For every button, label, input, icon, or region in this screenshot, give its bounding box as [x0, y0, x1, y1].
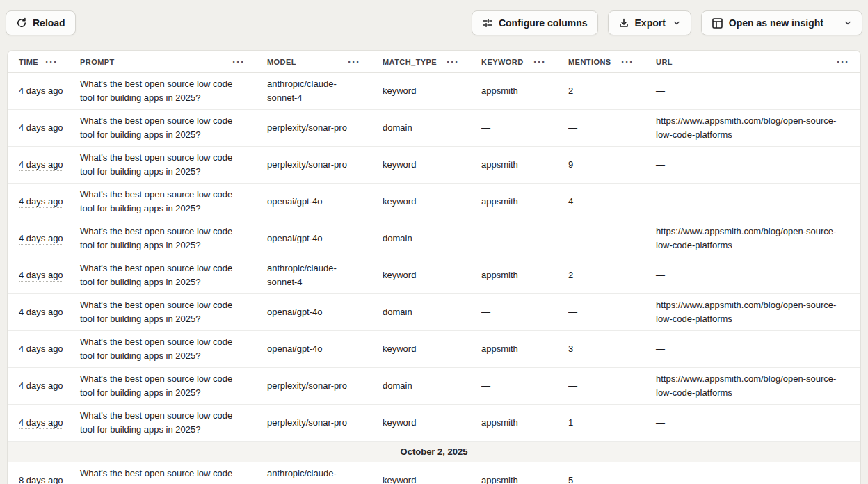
- cell-time: 4 days ago: [8, 80, 69, 102]
- cell-url: —: [645, 191, 860, 213]
- cell-prompt: What's the best open source low code too…: [69, 110, 256, 146]
- cell-model: perplexity/sonar-pro: [256, 412, 371, 434]
- table-header-row: TIME ··· PROMPT ··· MODEL ··· MATCH_TYPE…: [8, 51, 860, 73]
- cell-mentions: —: [557, 375, 645, 397]
- cell-url: —: [645, 154, 860, 176]
- column-menu-icon[interactable]: ···: [348, 56, 360, 67]
- cell-prompt: What's the best open source low code too…: [69, 73, 256, 109]
- cell-prompt: What's the best open source low code too…: [69, 257, 256, 293]
- table-row[interactable]: 4 days ago What's the best open source l…: [8, 147, 860, 184]
- cell-url: —: [645, 264, 860, 287]
- table-row[interactable]: 4 days ago What's the best open source l…: [8, 331, 860, 368]
- column-menu-icon[interactable]: ···: [232, 56, 245, 67]
- cell-time: 4 days ago: [8, 191, 69, 213]
- cell-match-type: keyword: [371, 264, 470, 287]
- table-row[interactable]: 4 days ago What's the best open source l…: [8, 368, 860, 405]
- cell-keyword: appsmith: [470, 412, 557, 434]
- column-header-model: MODEL ···: [256, 51, 371, 72]
- column-header-time: TIME ···: [8, 51, 69, 72]
- cell-time: 4 days ago: [8, 264, 69, 287]
- table-body: 4 days ago What's the best open source l…: [8, 73, 860, 484]
- date-separator-row: October 2, 2025: [8, 442, 860, 462]
- table-row[interactable]: 4 days ago What's the best open source l…: [8, 220, 860, 257]
- cell-model: perplexity/sonar-pro: [256, 117, 371, 139]
- table-row[interactable]: 4 days ago What's the best open source l…: [8, 110, 860, 147]
- cell-mentions: —: [557, 227, 645, 250]
- cell-match-type: domain: [371, 227, 470, 250]
- cell-model: anthropic/claude-sonnet-4: [256, 73, 371, 109]
- cell-url: https://www.appsmith.com/blog/open-sourc…: [645, 220, 860, 257]
- column-label: URL: [656, 58, 673, 66]
- cell-match-type: keyword: [371, 338, 470, 360]
- column-label: KEYWORD: [481, 58, 524, 66]
- cell-keyword: —: [470, 375, 557, 397]
- chevron-down-icon: [673, 19, 681, 27]
- cell-time: 4 days ago: [8, 301, 69, 323]
- cell-time: 4 days ago: [8, 227, 69, 250]
- cell-keyword: appsmith: [470, 469, 557, 484]
- reload-button[interactable]: Reload: [6, 10, 76, 35]
- cell-model: openai/gpt-4o: [256, 191, 371, 213]
- cell-url: https://www.appsmith.com/blog/open-sourc…: [645, 368, 860, 404]
- cell-match-type: keyword: [371, 469, 470, 484]
- cell-prompt: What's the best open source low code too…: [69, 184, 256, 220]
- cell-keyword: appsmith: [470, 80, 557, 102]
- column-menu-icon[interactable]: ···: [621, 56, 634, 67]
- table-row[interactable]: 4 days ago What's the best open source l…: [8, 257, 860, 294]
- cell-match-type: keyword: [371, 154, 470, 176]
- configure-columns-label: Configure columns: [499, 17, 588, 29]
- cell-match-type: domain: [371, 301, 470, 323]
- cell-time: 8 days ago: [8, 469, 69, 484]
- configure-columns-button[interactable]: Configure columns: [472, 10, 598, 35]
- cell-url: —: [645, 80, 860, 102]
- column-menu-icon[interactable]: ···: [447, 56, 459, 67]
- column-menu-icon[interactable]: ···: [45, 56, 58, 67]
- open-insight-label: Open as new insight: [729, 17, 823, 29]
- cell-match-type: keyword: [371, 80, 470, 102]
- cell-keyword: appsmith: [470, 264, 557, 287]
- button-divider: [835, 16, 835, 30]
- cell-mentions: 4: [557, 191, 645, 213]
- table-row[interactable]: 4 days ago What's the best open source l…: [8, 294, 860, 331]
- cell-time: 4 days ago: [8, 412, 69, 434]
- open-insight-split-button[interactable]: Open as new insight: [701, 10, 862, 35]
- table-row[interactable]: 4 days ago What's the best open source l…: [8, 184, 860, 220]
- column-label: MENTIONS: [568, 58, 611, 66]
- column-menu-icon[interactable]: ···: [837, 56, 849, 67]
- column-menu-icon[interactable]: ···: [533, 56, 546, 67]
- cell-mentions: 2: [557, 80, 645, 102]
- cell-model: anthropic/claude-sonnet-4: [256, 257, 371, 293]
- table-row[interactable]: 4 days ago What's the best open source l…: [8, 73, 860, 110]
- cell-mentions: 1: [557, 412, 645, 434]
- export-button[interactable]: Export: [608, 10, 691, 35]
- cell-mentions: 9: [557, 154, 645, 176]
- cell-keyword: appsmith: [470, 154, 557, 176]
- cell-keyword: —: [470, 117, 557, 139]
- cell-mentions: 3: [557, 338, 645, 360]
- export-button-label: Export: [635, 17, 666, 29]
- column-header-url: URL ···: [645, 51, 860, 72]
- table-row[interactable]: 8 days ago What's the best open source l…: [8, 462, 860, 484]
- table-row[interactable]: 4 days ago What's the best open source l…: [8, 405, 860, 442]
- cell-mentions: —: [557, 301, 645, 323]
- cell-model: openai/gpt-4o: [256, 338, 371, 360]
- chevron-down-icon[interactable]: [844, 19, 852, 27]
- cell-keyword: appsmith: [470, 191, 557, 213]
- cell-model: openai/gpt-4o: [256, 227, 371, 250]
- cell-url: —: [645, 469, 860, 484]
- column-label: MATCH_TYPE: [383, 58, 437, 66]
- column-header-prompt: PROMPT ···: [69, 51, 256, 72]
- column-label: MODEL: [267, 58, 296, 66]
- column-header-keyword: KEYWORD ···: [470, 51, 557, 72]
- results-table: TIME ··· PROMPT ··· MODEL ··· MATCH_TYPE…: [7, 50, 861, 484]
- table-icon: [712, 17, 723, 29]
- cell-model: perplexity/sonar-pro: [256, 375, 371, 397]
- cell-time: 4 days ago: [8, 117, 69, 139]
- toolbar: Reload Configure columns: [0, 0, 868, 35]
- cell-url: —: [645, 412, 860, 434]
- date-separator-label: October 2, 2025: [401, 446, 468, 457]
- column-label: PROMPT: [80, 58, 115, 66]
- cell-url: https://www.appsmith.com/blog/open-sourc…: [645, 110, 860, 146]
- sliders-icon: [482, 17, 493, 29]
- cell-time: 4 days ago: [8, 154, 69, 176]
